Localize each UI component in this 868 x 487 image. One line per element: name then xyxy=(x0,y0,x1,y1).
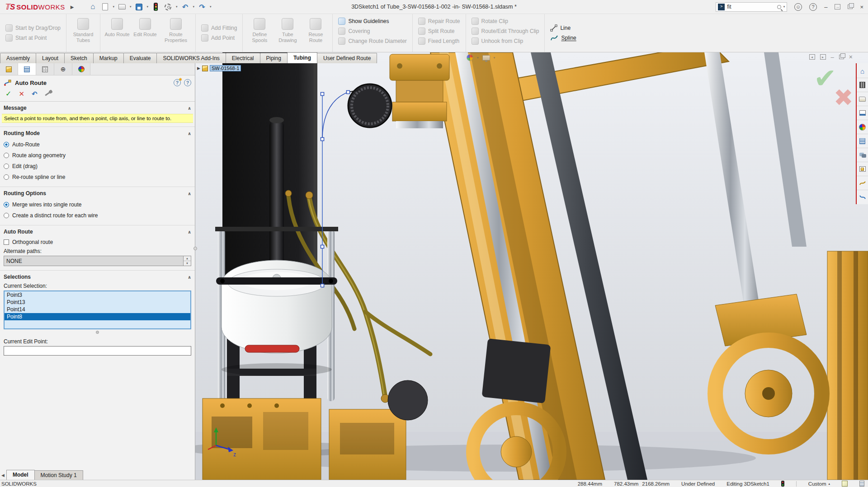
graphics-viewport[interactable]: z ▶ SW-01568-1 ▾ ▾ ◂ ▸ – × ✔ ✖ ⌂ xyxy=(195,52,868,480)
ok-accept-icon[interactable]: ✓ xyxy=(5,89,11,98)
options-caret-icon[interactable]: ▾ xyxy=(176,5,178,9)
menu-flyout-arrow-icon[interactable]: ▶ xyxy=(71,5,74,9)
appearance-sphere-icon[interactable] xyxy=(467,54,473,61)
taskpane-home-tab[interactable]: ⌂ xyxy=(857,64,868,78)
new-document-icon[interactable] xyxy=(100,2,109,11)
tab-solidworks-addins[interactable]: SOLIDWORKS Add-Ins xyxy=(156,53,226,63)
window-expand-icon[interactable]: ↔ xyxy=(835,4,840,9)
radio-dot-icon[interactable] xyxy=(4,142,9,147)
current-selection-listbox[interactable]: Point3 Point13 Point14 Point8 xyxy=(4,290,191,329)
collapse-chevron-icon[interactable]: ∧ xyxy=(188,275,191,280)
confirm-cancel-overlay-icon[interactable]: ✖ xyxy=(834,84,854,111)
route-edit-through-clip-button[interactable]: Route/Edit Through Clip xyxy=(469,27,542,36)
flyout-tree[interactable]: ▶ SW-01568-1 xyxy=(197,65,241,71)
property-manager-tab[interactable] xyxy=(18,63,36,75)
spinner-up-icon[interactable]: ▲ xyxy=(184,256,191,261)
radio-dot-icon[interactable] xyxy=(4,202,9,207)
define-spools-button[interactable]: Define Spools xyxy=(245,16,274,50)
new-document-caret-icon[interactable]: ▾ xyxy=(113,5,114,9)
cancel-icon[interactable]: ✕ xyxy=(19,90,24,98)
configuration-manager-tab[interactable] xyxy=(36,63,54,75)
edit-route-button[interactable]: Edit Route xyxy=(131,16,159,50)
taskpane-file-explorer-tab[interactable] xyxy=(857,92,868,106)
taskpane-design-library-tab[interactable] xyxy=(857,78,868,92)
featuremanager-tree-tab[interactable] xyxy=(0,63,18,75)
auto-route-button[interactable]: Auto Route xyxy=(103,16,131,50)
confirm-accept-overlay-icon[interactable]: ✔ xyxy=(814,62,836,94)
show-guidelines-button[interactable]: Show Guidelines xyxy=(335,17,409,26)
statusbar-tag-icon[interactable] xyxy=(842,481,848,487)
open-document-icon[interactable] xyxy=(118,2,127,11)
tab-evaluate[interactable]: Evaluate xyxy=(123,53,157,63)
statusbar-unit-system[interactable]: Custom ▴ xyxy=(808,481,830,487)
tab-scroll-left-icon[interactable]: ◀ xyxy=(0,473,6,480)
rotate-clip-button[interactable]: Rotate Clip xyxy=(469,17,542,26)
window-minimize-icon[interactable]: – xyxy=(824,4,827,10)
list-item[interactable]: Point13 xyxy=(5,299,190,306)
help-icon[interactable]: ? xyxy=(809,3,817,11)
orthogonal-route-checkbox-row[interactable]: Orthogonal route xyxy=(4,238,191,247)
routing-options-header[interactable]: Routing Options∧ xyxy=(4,190,191,197)
start-at-point-button[interactable]: Start at Point xyxy=(3,33,63,42)
taskpane-preview-tab[interactable] xyxy=(857,162,868,176)
unhook-from-clip-button[interactable]: Unhook from Clip xyxy=(469,37,542,46)
tube-drawing-button[interactable]: Tube Drawing xyxy=(274,16,302,50)
undo-icon[interactable]: ↶ xyxy=(181,2,190,11)
window-close-icon[interactable]: × xyxy=(860,4,863,10)
options-gear-icon[interactable] xyxy=(164,2,173,11)
taskpane-forum-tab[interactable] xyxy=(857,148,868,162)
collapse-chevron-icon[interactable]: ∧ xyxy=(188,229,191,234)
window-restore-icon[interactable] xyxy=(848,5,853,9)
tab-electrical[interactable]: Electrical xyxy=(226,53,260,63)
appearance-caret-icon[interactable]: ▾ xyxy=(477,56,479,60)
panel-help-icon[interactable]: ? xyxy=(184,79,191,86)
doc-minimize-icon[interactable]: – xyxy=(831,54,834,61)
whats-new-help-icon[interactable]: ?✱ xyxy=(174,79,181,86)
save-icon[interactable] xyxy=(134,2,143,11)
add-point-button[interactable]: Add Point xyxy=(198,33,240,42)
dock-left-icon[interactable]: ◂ xyxy=(809,54,815,60)
radio-dot-icon[interactable] xyxy=(4,174,9,180)
tab-assembly[interactable]: Assembly xyxy=(0,53,36,63)
split-route-button[interactable]: Split Route xyxy=(415,27,463,36)
search-input[interactable] xyxy=(727,4,774,10)
message-section-header[interactable]: Message∧ xyxy=(4,105,191,111)
taskpane-view-palette-tab[interactable] xyxy=(857,106,868,120)
pin-icon[interactable] xyxy=(45,92,50,96)
radio-edit-drag[interactable]: Edit (drag) xyxy=(4,161,191,172)
repair-route-button[interactable]: Repair Route xyxy=(415,17,463,26)
alternate-paths-input[interactable] xyxy=(4,256,184,266)
undo-caret-icon[interactable]: ▾ xyxy=(193,5,195,9)
list-item-selected[interactable]: Point8 xyxy=(5,313,190,320)
tab-motion-study-1[interactable]: Motion Study 1 xyxy=(34,470,83,480)
flyout-expand-arrow-icon[interactable]: ▶ xyxy=(197,66,200,70)
search-caret-icon[interactable]: ▾ xyxy=(783,5,785,9)
tab-sketch[interactable]: Sketch xyxy=(64,53,94,63)
redo-icon[interactable]: ↷ xyxy=(198,2,207,11)
radio-merge-wires[interactable]: Merge wires into single route xyxy=(4,199,191,210)
radio-dot-icon[interactable] xyxy=(4,153,9,158)
tab-user-defined-route[interactable]: User Defined Route xyxy=(317,53,377,63)
standard-tubes-button[interactable]: Standard Tubes xyxy=(69,16,97,50)
covering-button[interactable]: Covering xyxy=(335,27,409,36)
start-by-dragdrop-button[interactable]: Start by Drag/Drop xyxy=(3,23,63,33)
drill-rig-3d-model[interactable]: z xyxy=(195,52,868,480)
radio-distinct-route[interactable]: Create a distinct route for each wire xyxy=(4,210,191,221)
selections-header[interactable]: Selections∧ xyxy=(4,274,191,280)
doc-restore-icon[interactable] xyxy=(839,55,844,59)
dimxpert-manager-tab[interactable]: ⊕ xyxy=(54,63,72,75)
redo-caret-icon[interactable]: ▾ xyxy=(210,5,212,9)
doc-close-icon[interactable]: × xyxy=(849,53,853,61)
spline-button[interactable]: Spline xyxy=(547,33,579,42)
reuse-route-button[interactable]: Reuse Route xyxy=(302,16,330,50)
line-button[interactable]: Line xyxy=(547,23,579,33)
user-account-icon[interactable]: ☺ xyxy=(794,3,802,11)
radio-dot-icon[interactable] xyxy=(4,213,9,218)
dock-right-icon[interactable]: ▸ xyxy=(820,54,826,60)
tab-layout[interactable]: Layout xyxy=(36,53,65,63)
tab-model[interactable]: Model xyxy=(6,470,35,480)
route-properties-button[interactable]: Route Properties xyxy=(159,16,193,50)
display-manager-tab[interactable] xyxy=(72,63,90,75)
statusbar-traffic-light-icon[interactable] xyxy=(781,481,784,487)
radio-route-along-geometry[interactable]: Route along geometry xyxy=(4,150,191,161)
